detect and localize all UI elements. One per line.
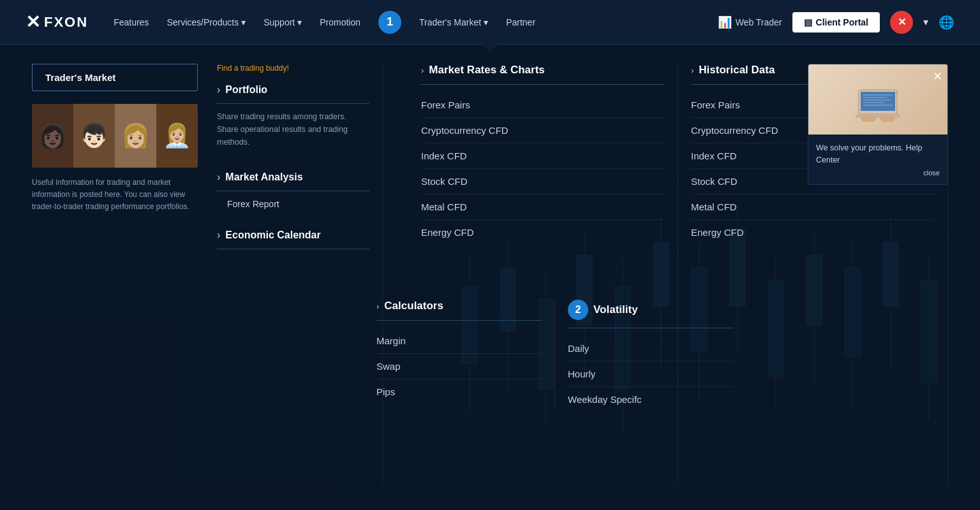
- nav-traders-market[interactable]: Trader's Market ▾: [419, 17, 488, 27]
- portfolio-description: Share trading results among traders. Sha…: [217, 104, 369, 159]
- nav-features[interactable]: Features: [114, 17, 149, 27]
- logo-icon: ✕: [26, 11, 41, 33]
- mega-menu: Trader's Market 👩🏿 👦🏻 👩🏼 👩🏼‍💼 Useful inf…: [0, 45, 980, 510]
- calc-swap[interactable]: Swap: [376, 354, 542, 379]
- nav-right: 📊 Web Trader ▤ Client Portal ✕ ▾ 🌐: [718, 11, 954, 34]
- market-rates-energy[interactable]: Energy CFD: [421, 220, 665, 245]
- market-rates-forex-pairs[interactable]: Forex Pairs: [421, 92, 665, 118]
- avatar[interactable]: ✕: [890, 11, 913, 34]
- help-card-close-label[interactable]: close: [816, 169, 940, 177]
- nav-badge-1[interactable]: 1: [378, 11, 401, 34]
- calculators-title: Calculators: [384, 300, 443, 312]
- chevron-right-icon: ›: [217, 84, 220, 96]
- economic-calendar-title: Economic Calendar: [225, 229, 320, 241]
- close-icon[interactable]: ✕: [933, 69, 942, 84]
- chevron-down-icon: ▾: [484, 17, 488, 27]
- person-4: 👩🏼‍💼: [156, 104, 198, 168]
- calculators-header[interactable]: › Calculators: [376, 300, 542, 321]
- market-rates-title: Market Rates & Charts: [429, 64, 544, 76]
- chevron-right-icon: ›: [217, 229, 220, 241]
- person-1: 👩🏿: [32, 104, 73, 168]
- web-trader-button[interactable]: 📊 Web Trader: [718, 15, 782, 29]
- market-rates-metal[interactable]: Metal CFD: [421, 194, 665, 220]
- globe-icon[interactable]: 🌐: [939, 15, 954, 30]
- find-buddy-text: Find a trading buddy!: [217, 64, 369, 73]
- help-card-image: [808, 64, 947, 135]
- market-rates-stock[interactable]: Stock CFD: [421, 169, 665, 194]
- calc-margin[interactable]: Margin: [376, 328, 542, 354]
- historical-energy[interactable]: Energy CFD: [691, 220, 935, 245]
- help-card: ✕ We solve your problems. Help Center cl…: [808, 64, 948, 185]
- market-analysis-section: › Market Analysis Forex Report: [217, 164, 369, 217]
- sidebar-description: Useful information for trading and marke…: [32, 177, 198, 214]
- chevron-right-icon: ›: [217, 171, 220, 183]
- volatility-header[interactable]: 2 Volatility: [568, 300, 734, 328]
- market-rates-index[interactable]: Index CFD: [421, 143, 665, 169]
- laptop-illustration: [849, 77, 907, 122]
- market-rates-crypto[interactable]: Cryptocurrency CFD: [421, 118, 665, 143]
- historical-data-title: Historical Data: [699, 64, 775, 76]
- badge-2: 2: [568, 300, 588, 320]
- chevron-down-icon: ▾: [241, 17, 246, 27]
- market-analysis-title: Market Analysis: [225, 171, 302, 183]
- historical-metal[interactable]: Metal CFD: [691, 194, 935, 220]
- traders-photo: 👩🏿 👦🏻 👩🏼 👩🏼‍💼: [32, 104, 198, 168]
- economic-calendar-section: › Economic Calendar: [217, 222, 369, 249]
- logo[interactable]: ✕ FXON: [26, 11, 88, 33]
- sidebar: Trader's Market 👩🏿 👦🏻 👩🏼 👩🏼‍💼 Useful inf…: [32, 64, 198, 484]
- calc-pips[interactable]: Pips: [376, 379, 542, 404]
- portfolio-section: Find a trading buddy! › Portfolio Share …: [217, 64, 369, 159]
- volatility-daily[interactable]: Daily: [568, 336, 734, 361]
- help-card-body: We solve your problems. Help Center clos…: [808, 135, 947, 184]
- economic-calendar-header[interactable]: › Economic Calendar: [217, 222, 369, 249]
- chart-icon: 📊: [718, 15, 732, 29]
- market-rates-column: › Market Rates & Charts Forex Pairs Cryp…: [408, 64, 678, 484]
- chevron-right-icon: ›: [421, 66, 424, 75]
- volatility-title: Volatility: [593, 303, 638, 316]
- portal-icon: ▤: [804, 17, 812, 27]
- portfolio-header[interactable]: › Portfolio: [217, 76, 369, 104]
- nav-partner[interactable]: Partner: [506, 17, 535, 27]
- volatility-weekday[interactable]: Weekday Specifc: [568, 387, 734, 412]
- nav-support[interactable]: Support ▾: [264, 17, 302, 27]
- nav-dropdown-arrow: [482, 44, 498, 52]
- nav-links: Features Services/Products ▾ Support ▾ P…: [114, 11, 718, 34]
- person-2: 👦🏻: [73, 104, 115, 168]
- chevron-down-icon: ▾: [297, 17, 302, 27]
- market-rates-header[interactable]: › Market Rates & Charts: [421, 64, 665, 85]
- market-analysis-header[interactable]: › Market Analysis: [217, 164, 369, 191]
- forex-report-link[interactable]: Forex Report: [217, 191, 369, 217]
- volatility-hourly[interactable]: Hourly: [568, 361, 734, 387]
- portfolio-title: Portfolio: [225, 84, 267, 96]
- help-card-text: We solve your problems. Help Center: [816, 142, 940, 166]
- chevron-right-icon: ›: [691, 66, 694, 75]
- nav-promotion[interactable]: Promotion: [320, 17, 360, 27]
- navbar: ✕ FXON Features Services/Products ▾ Supp…: [0, 0, 980, 45]
- logo-text: FXON: [44, 14, 88, 31]
- chevron-down-icon[interactable]: ▾: [923, 16, 928, 28]
- traders-market-button[interactable]: Trader's Market: [32, 64, 198, 91]
- nav-services[interactable]: Services/Products ▾: [167, 17, 246, 27]
- client-portal-button[interactable]: ▤ Client Portal: [792, 12, 880, 33]
- chevron-right-icon: ›: [376, 302, 379, 311]
- person-3: 👩🏼: [115, 104, 156, 168]
